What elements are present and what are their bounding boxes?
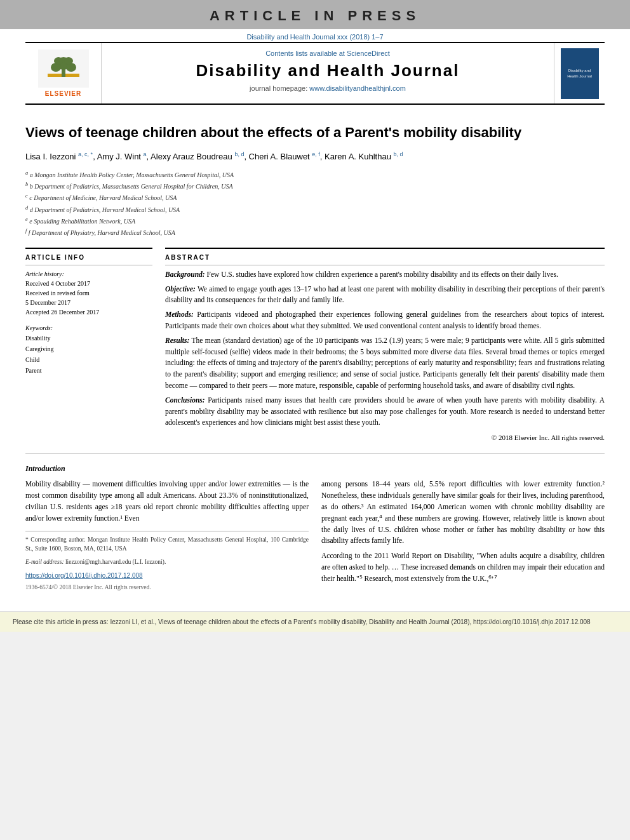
affiliation-a: a a Mongan Institute Health Policy Cente… [25, 169, 605, 180]
abstract-col: ABSTRACT Background: Few U.S. studies ha… [165, 248, 605, 444]
thumbnail-line1: Disability and [568, 68, 591, 73]
abstract-objective: Objective: We aimed to engage youth ages… [165, 284, 605, 307]
abstract-background: Background: Few U.S. studies have explor… [165, 269, 605, 281]
abstract-methods: Methods: Participants videoed and photog… [165, 309, 605, 332]
abstract-objective-text: We aimed to engage youth ages 13–17 who … [165, 285, 605, 304]
keyword-child: Child [25, 354, 152, 365]
abstract-conclusions: Conclusions: Participants raised many is… [165, 395, 605, 429]
abstract-conclusions-text: Participants raised many issues that hea… [165, 396, 605, 427]
keyword-parent: Parent [25, 365, 152, 376]
intro-col-right: among persons 18–44 years old, 5.5% repo… [321, 479, 605, 592]
authors-line: Lisa I. Iezzoni a, c, *, Amy J. Wint a, … [25, 150, 605, 164]
citation-bar: Please cite this article in press as: Ie… [0, 611, 630, 632]
abstract-results-text: The mean (standard deviation) age of the… [165, 337, 605, 389]
section-divider [25, 453, 605, 454]
affiliation-f: f f Department of Physiatry, Harvard Med… [25, 227, 605, 238]
introduction-body: Mobility disability — movement difficult… [25, 479, 605, 592]
thumbnail-line2: Health Journal [567, 74, 592, 79]
elsevier-tree-icon [44, 55, 83, 83]
journal-title-area: Contents lists available at ScienceDirec… [102, 43, 554, 103]
abstract-heading: ABSTRACT [165, 254, 605, 261]
affiliations: a a Mongan Institute Health Policy Cente… [25, 169, 605, 239]
revised-label: Received in revised form [25, 288, 152, 298]
article-in-press-label: ARTICLE IN PRESS [0, 8, 630, 24]
info-abstract-section: ARTICLE INFO Article history: Received 4… [25, 248, 605, 444]
abstract-copyright: © 2018 Elsevier Inc. All rights reserved… [165, 432, 605, 443]
footnote-email: E-mail address: liezzoni@mgh.harvard.edu… [25, 557, 309, 567]
intro-col2-p1: among persons 18–44 years old, 5.5% repo… [321, 479, 605, 547]
journal-homepage-line: journal homepage: www.disabilityandhealt… [114, 84, 541, 92]
elsevier-logo [38, 50, 89, 88]
abstract-box: ABSTRACT Background: Few U.S. studies ha… [165, 248, 605, 444]
homepage-url[interactable]: www.disabilityandhealthjnl.com [309, 84, 406, 92]
keywords-list: Disability Caregiving Child Parent [25, 333, 152, 376]
email-address: liezzoni@mgh.harvard.edu (L.I. Iezzoni). [65, 559, 166, 565]
journal-thumbnail: Disability and Health Journal [554, 43, 605, 103]
affiliation-c: c c Department of Medicine, Harvard Medi… [25, 192, 605, 203]
affiliation-e: e e Spaulding Rehabilitation Network, US… [25, 215, 605, 227]
keywords-label: Keywords: [25, 324, 152, 331]
elsevier-brand-label: ELSEVIER [45, 90, 81, 97]
introduction-title: Introduction [25, 464, 605, 474]
doi-link[interactable]: https://doi.org/10.1016/j.dhjo.2017.12.0… [25, 571, 309, 581]
article-info-box: ARTICLE INFO Article history: Received 4… [25, 248, 152, 376]
svg-point-5 [54, 57, 63, 65]
article-title: Views of teenage children about the effe… [25, 124, 605, 142]
journal-title: Disability and Health Journal [114, 61, 541, 81]
journal-ref-text: Disability and Health Journal xxx (2018)… [246, 33, 383, 41]
article-info-heading: ARTICLE INFO [25, 254, 152, 261]
keyword-disability: Disability [25, 333, 152, 343]
footnote-area: * Corresponding author. Mongan Institute… [25, 531, 309, 567]
sciencedirect-prefix: Contents lists available at ScienceDirec… [265, 50, 390, 57]
journal-cover-image: Disability and Health Journal [561, 48, 599, 99]
intro-col-left: Mobility disability — movement difficult… [25, 479, 309, 592]
affiliation-b: b b Department of Pediatrics, Massachuse… [25, 180, 605, 192]
keyword-caregiving: Caregiving [25, 343, 152, 354]
authors-text: Lisa I. Iezzoni a, c, *, Amy J. Wint a, … [25, 152, 403, 161]
issn-line: 1936-6574/© 2018 Elsevier Inc. All right… [25, 583, 309, 592]
accepted-date: Accepted 26 December 2017 [25, 307, 152, 317]
abstract-text: Background: Few U.S. studies have explor… [165, 269, 605, 444]
history-label: Article history: [25, 270, 152, 277]
email-label: E-mail address: [25, 559, 64, 565]
svg-point-6 [64, 57, 73, 65]
intro-col2-p2: According to the 2011 World Report on Di… [321, 550, 605, 584]
affiliation-d: d d Department of Pediatrics, Harvard Me… [25, 204, 605, 215]
sciencedirect-link[interactable]: Contents lists available at ScienceDirec… [114, 50, 541, 57]
revised-date: 5 December 2017 [25, 298, 152, 307]
top-banner: ARTICLE IN PRESS [0, 0, 630, 29]
main-content: Views of teenage children about the effe… [0, 105, 630, 605]
article-info-col: ARTICLE INFO Article history: Received 4… [25, 248, 152, 444]
journal-reference-line: Disability and Health Journal xxx (2018)… [0, 29, 630, 42]
abstract-methods-text: Participants videoed and photographed th… [165, 310, 605, 330]
footnote-corresponding: * Corresponding author. Mongan Institute… [25, 535, 309, 554]
intro-col1-p1: Mobility disability — movement difficult… [25, 479, 309, 524]
page-wrapper: ARTICLE IN PRESS Disability and Health J… [0, 0, 630, 632]
citation-text: Please cite this article in press as: Ie… [13, 618, 591, 625]
homepage-label: journal homepage: [250, 84, 307, 92]
introduction-section: Introduction Mobility disability — movem… [25, 464, 605, 592]
received-date: Received 4 October 2017 [25, 279, 152, 288]
abstract-results: Results: The mean (standard deviation) a… [165, 335, 605, 392]
abstract-background-text: Few U.S. studies have explored how child… [207, 270, 558, 278]
publisher-logo-area: ELSEVIER [25, 43, 102, 103]
journal-header: ELSEVIER Contents lists available at Sci… [25, 42, 605, 105]
